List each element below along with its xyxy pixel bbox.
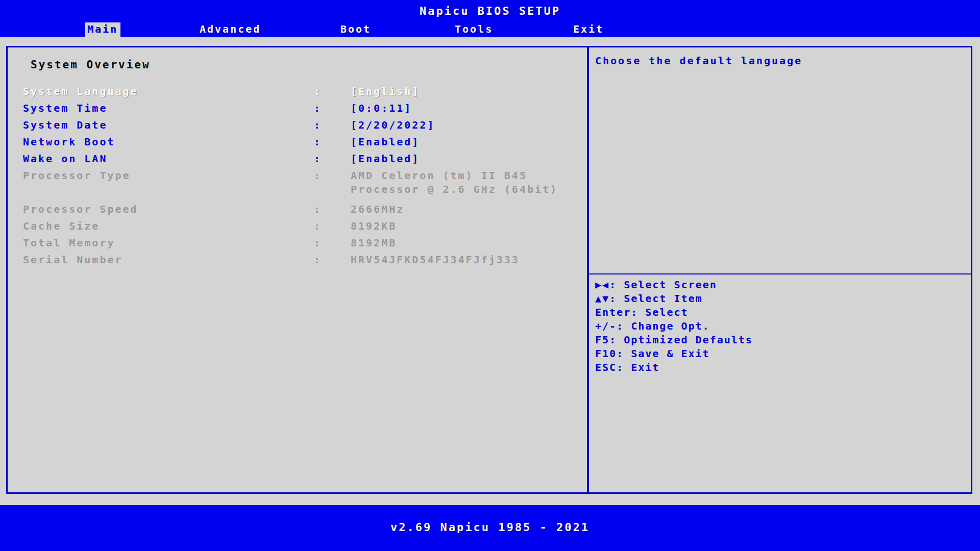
setting-row-processor-speed: Processor Speed:2666MHz bbox=[8, 201, 587, 218]
setting-row-processor-type: Processor Type:AMD Celeron (tm) II B45 P… bbox=[8, 167, 587, 196]
setting-value: [English] bbox=[351, 83, 587, 100]
help-line: +/-: Change Opt. bbox=[595, 319, 965, 333]
setting-label: System Time bbox=[23, 100, 314, 117]
setting-label: Wake on LAN bbox=[23, 151, 314, 167]
setting-row-serial-number: Serial Number:HRV54JFKD54FJ34FJfj333 bbox=[8, 252, 587, 268]
setting-row-total-memory: Total Memory:8192MB bbox=[8, 235, 587, 252]
setting-label: Total Memory bbox=[23, 235, 314, 252]
setting-separator: : bbox=[314, 235, 351, 252]
setting-label: System Language bbox=[23, 83, 314, 100]
setting-label: Cache Size bbox=[23, 218, 314, 235]
help-line: ▶◀: Select Screen bbox=[595, 278, 965, 292]
setting-value: [0:0:11] bbox=[351, 100, 587, 117]
setting-label: Network Boot bbox=[23, 134, 314, 151]
setting-separator: : bbox=[314, 218, 351, 235]
tab-advanced[interactable]: Advanced bbox=[197, 22, 263, 37]
tab-boot[interactable]: Boot bbox=[338, 22, 374, 37]
settings-list: System Language:[English]System Time:[0:… bbox=[8, 83, 587, 268]
bios-title: Napicu BIOS SETUP bbox=[0, 5, 980, 17]
settings-panel: System Overview System Language:[English… bbox=[8, 47, 587, 492]
setting-separator: : bbox=[314, 169, 351, 196]
help-line: F5: Optimized Defaults bbox=[595, 333, 965, 347]
help-line: F10: Save & Exit bbox=[595, 347, 965, 361]
tab-exit[interactable]: Exit bbox=[571, 22, 606, 37]
help-key-list: ▶◀: Select Screen▲▼: Select ItemEnter: S… bbox=[595, 278, 965, 374]
setting-value: AMD Celeron (tm) II B45 Processor @ 2.6 … bbox=[351, 169, 587, 196]
setting-row-system-time[interactable]: System Time:[0:0:11] bbox=[8, 100, 587, 117]
help-line: ESC: Exit bbox=[595, 361, 965, 374]
help-line: Enter: Select bbox=[595, 306, 965, 319]
main-panel-box: System Overview System Language:[English… bbox=[6, 46, 972, 494]
setting-value: 8192KB bbox=[351, 218, 587, 235]
setting-value: [Enabled] bbox=[351, 151, 587, 167]
tab-bar: MainAdvancedBootToolsExit bbox=[0, 22, 980, 37]
setting-row-cache-size: Cache Size:8192KB bbox=[8, 218, 587, 235]
setting-value: 8192MB bbox=[351, 235, 587, 252]
setting-value: HRV54JFKD54FJ34FJfj333 bbox=[351, 252, 587, 268]
setting-label: Processor Type bbox=[23, 169, 314, 196]
setting-value: [2/20/2022] bbox=[351, 117, 587, 134]
footer-version-text: v2.69 Napicu 1985 - 2021 bbox=[0, 521, 980, 534]
tab-tools[interactable]: Tools bbox=[452, 22, 496, 37]
setting-separator: : bbox=[314, 83, 351, 100]
setting-row-network-boot[interactable]: Network Boot:[Enabled] bbox=[8, 134, 587, 151]
bios-footer: v2.69 Napicu 1985 - 2021 bbox=[0, 505, 980, 551]
setting-value: [Enabled] bbox=[351, 134, 587, 151]
setting-separator: : bbox=[314, 100, 351, 117]
bios-screen: Napicu BIOS SETUP MainAdvancedBootToolsE… bbox=[0, 0, 980, 551]
bios-header: Napicu BIOS SETUP MainAdvancedBootToolsE… bbox=[0, 0, 980, 37]
setting-separator: : bbox=[314, 151, 351, 167]
section-title: System Overview bbox=[31, 59, 151, 71]
help-line: ▲▼: Select Item bbox=[595, 292, 965, 306]
setting-label: System Date bbox=[23, 117, 314, 134]
help-panel: Choose the default language ▶◀: Select S… bbox=[589, 47, 971, 492]
setting-separator: : bbox=[314, 134, 351, 151]
setting-label: Serial Number bbox=[23, 252, 314, 268]
setting-row-wake-on-lan[interactable]: Wake on LAN:[Enabled] bbox=[8, 151, 587, 167]
help-divider bbox=[589, 273, 971, 274]
setting-value: 2666MHz bbox=[351, 201, 587, 218]
tab-main[interactable]: Main bbox=[85, 22, 120, 37]
setting-separator: : bbox=[314, 201, 351, 218]
setting-separator: : bbox=[314, 117, 351, 134]
setting-row-system-language[interactable]: System Language:[English] bbox=[8, 83, 587, 100]
item-hint-text: Choose the default language bbox=[595, 55, 963, 67]
setting-row-system-date[interactable]: System Date:[2/20/2022] bbox=[8, 117, 587, 134]
setting-label: Processor Speed bbox=[23, 201, 314, 218]
setting-separator: : bbox=[314, 252, 351, 268]
